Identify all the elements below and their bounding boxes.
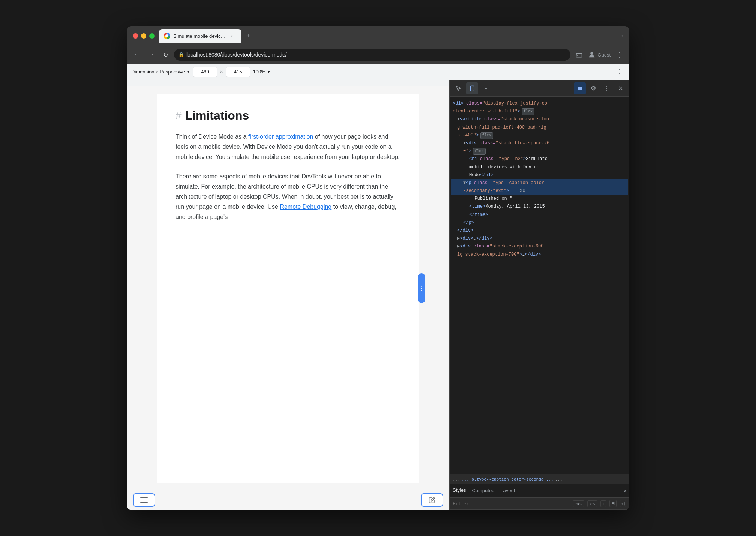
page-content[interactable]: # Limitations Think of Device Mode as a …: [127, 86, 449, 490]
bottom-handle-edit[interactable]: [421, 493, 443, 507]
styles-tabs: Styles Computed Layout »: [450, 484, 629, 498]
cast-button[interactable]: [573, 49, 585, 60]
html-line-selected[interactable]: -secondary-text"> == $0: [451, 187, 628, 195]
zoom-label: 100%: [253, 69, 266, 75]
html-line: <div class="display-flex justify-co: [451, 100, 628, 108]
address-actions: Guest ⋮: [573, 49, 625, 60]
hov-filter-button[interactable]: :hov: [573, 500, 584, 507]
tab-bar: Simulate mobile devices with D × + ›: [159, 29, 623, 43]
breadcrumb-end: ...: [555, 477, 562, 482]
traffic-lights: [133, 33, 154, 39]
filter-input[interactable]: [453, 501, 570, 506]
tab-more-button[interactable]: ›: [621, 33, 623, 39]
hash-symbol: #: [176, 110, 182, 122]
page-heading: # Limitations: [176, 109, 400, 123]
settings-button[interactable]: ⚙: [587, 82, 599, 94]
html-line: <h1 class="type--h2">Simulate: [451, 155, 628, 163]
device-toolbar: Dimensions: Responsive ▼ × 100% ▼ ⋮: [127, 64, 629, 80]
browser-viewport: # Limitations Think of Device Mode as a …: [127, 80, 449, 510]
edit-icon: [429, 497, 435, 503]
copy-styles-button[interactable]: ⊞: [609, 500, 616, 507]
paragraph-1: Think of Device Mode as a first-order ap…: [176, 132, 400, 162]
html-line: g width-full pad-left-400 pad-rig: [451, 124, 628, 132]
devtools-toolbar: » ⚙ ⋮ ✕: [450, 80, 629, 97]
html-line: ▶<div>…</div>: [451, 235, 628, 243]
html-line: mobile devices with Device: [451, 163, 628, 171]
close-button[interactable]: [133, 33, 138, 39]
remote-debugging-link[interactable]: Remote Debugging: [280, 204, 332, 210]
tab-styles[interactable]: Styles: [453, 487, 466, 494]
html-line: ▼<div class="stack flow-space-20: [451, 139, 628, 147]
tab-computed[interactable]: Computed: [472, 488, 494, 494]
width-input[interactable]: [193, 67, 217, 77]
main-content: # Limitations Think of Device Mode as a …: [127, 80, 629, 510]
lock-icon: 🔒: [178, 52, 184, 57]
tab-title: Simulate mobile devices with D: [173, 33, 226, 39]
dropdown-arrow-icon: ▼: [186, 70, 190, 74]
menu-button[interactable]: ⋮: [614, 49, 625, 60]
tab-close-button[interactable]: ×: [229, 33, 235, 39]
devtools-panel: » ⚙ ⋮ ✕ <div class="display-flex justify…: [449, 80, 629, 510]
more-options-button[interactable]: ⋮: [614, 67, 625, 77]
html-line: Mode</h1>: [451, 171, 628, 179]
breadcrumb-selected[interactable]: ... p.type--caption.color-seconda ...: [462, 477, 554, 482]
bottom-handle-menu[interactable]: [133, 493, 155, 507]
html-line: 0">flex: [451, 147, 628, 155]
html-line: lg:stack-exception-700">…</div>: [451, 251, 628, 259]
html-line: <time>Monday, April 13, 2015: [451, 203, 628, 211]
html-line: " Published on ": [451, 195, 628, 203]
resize-handle-right[interactable]: [418, 273, 425, 303]
html-line: </time>: [451, 211, 628, 219]
page-heading-text: Limitations: [185, 109, 249, 123]
height-input[interactable]: [226, 67, 250, 77]
console-button[interactable]: [574, 82, 586, 94]
cls-filter-button[interactable]: .cls: [587, 500, 597, 507]
html-line: </div>: [451, 227, 628, 235]
devtools-close-button[interactable]: ✕: [614, 82, 626, 94]
html-line: ntent-center width-full">flex: [451, 108, 628, 115]
html-line: ht-400">flex: [451, 132, 628, 139]
new-tab-button[interactable]: +: [243, 31, 254, 41]
reload-button[interactable]: ↻: [160, 49, 171, 60]
zoom-dropdown[interactable]: 100% ▼: [253, 69, 271, 75]
html-line: </p>: [451, 219, 628, 227]
styles-tab-more[interactable]: »: [624, 488, 626, 494]
styles-filter: :hov .cls + ⊞ ◁: [450, 498, 629, 510]
browser-window: Simulate mobile devices with D × + › ← →…: [127, 26, 629, 510]
profile-button[interactable]: Guest: [588, 51, 610, 59]
html-line: ▼<article class="stack measure-lon: [451, 115, 628, 123]
svg-rect-3: [470, 86, 474, 91]
device-mode-button[interactable]: [466, 82, 478, 94]
back-button[interactable]: ←: [131, 49, 142, 60]
breadcrumb-bar: ... ... p.type--caption.color-seconda ..…: [450, 474, 629, 484]
add-style-button[interactable]: +: [600, 500, 606, 507]
ruler-marks: [130, 80, 446, 86]
paragraph-2: There are some aspects of mobile devices…: [176, 171, 400, 222]
html-line: ▶<div class="stack-exception-600: [451, 243, 628, 250]
url-text: localhost:8080/docs/devtools/device-mode…: [186, 52, 566, 58]
more-panels-button[interactable]: »: [480, 82, 492, 94]
dimensions-label: Dimensions: Responsive: [131, 69, 185, 75]
element-selector-button[interactable]: [453, 82, 465, 94]
devtools-more-button[interactable]: ⋮: [601, 82, 613, 94]
url-bar[interactable]: 🔒 localhost:8080/docs/devtools/device-mo…: [174, 49, 570, 61]
minimize-button[interactable]: [141, 33, 146, 39]
dimensions-dropdown[interactable]: Dimensions: Responsive ▼: [131, 69, 190, 75]
html-line-selected[interactable]: ▼<p class="type--caption color: [451, 179, 628, 187]
toggle-sidebar-button[interactable]: ◁: [620, 500, 626, 507]
dimension-separator: ×: [220, 69, 223, 75]
bottom-controls: [127, 490, 449, 510]
forward-button[interactable]: →: [146, 49, 157, 60]
hamburger-icon: [140, 497, 148, 503]
drag-dots: [421, 286, 422, 291]
profile-label: Guest: [597, 52, 610, 58]
devtools-html-panel[interactable]: <div class="display-flex justify-co nten…: [450, 97, 629, 474]
page-inner: # Limitations Think of Device Mode as a …: [157, 94, 419, 483]
first-order-link[interactable]: first-order approximation: [248, 133, 313, 140]
zoom-arrow-icon: ▼: [267, 70, 271, 74]
ruler-top: [127, 80, 449, 86]
active-tab[interactable]: Simulate mobile devices with D ×: [159, 29, 242, 43]
address-bar: ← → ↻ 🔒 localhost:8080/docs/devtools/dev…: [127, 46, 629, 64]
maximize-button[interactable]: [149, 33, 154, 39]
tab-layout[interactable]: Layout: [500, 488, 515, 494]
